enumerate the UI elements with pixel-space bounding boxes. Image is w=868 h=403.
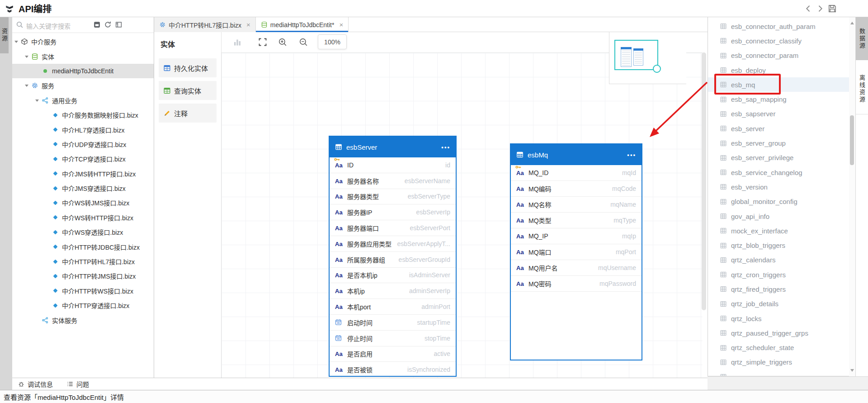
tree-item[interactable]: 中介JMS转HTTP接口.bizx <box>12 166 154 181</box>
tree-item[interactable]: 中介TCP穿透接口.bizx <box>12 152 154 166</box>
table-list-item[interactable]: esb_server_privilege <box>708 151 849 165</box>
entity-field-row[interactable]: 31 启动时间 startupTime <box>330 315 456 331</box>
table-list-item[interactable]: esb_connector_classify <box>708 33 849 48</box>
tree-item[interactable]: 中介UDP穿透接口.bizx <box>12 137 154 152</box>
tree-item[interactable]: mediaHttpToJdbcEntit <box>12 64 154 78</box>
entity-field-row[interactable]: Aa MQ密码 mqPassword <box>511 276 642 292</box>
table-list-item[interactable]: qrtz_paused_trigger_grps <box>708 326 849 340</box>
palette-item[interactable]: 注释 <box>159 104 217 123</box>
table-list-item[interactable] <box>708 370 849 376</box>
entity-field-row[interactable]: Aa 是否被锁 isSynchronized <box>330 362 456 377</box>
editor-tab[interactable]: mediaHttpToJdbcEntit* × <box>256 17 349 32</box>
fullscreen-icon[interactable] <box>258 38 267 47</box>
entity-field-row[interactable]: Aa 本机ip adminServerIp <box>330 283 456 299</box>
tree-item[interactable]: 中介HTTP转JMS接口.bizx <box>12 269 154 283</box>
bottom-toolbar-item[interactable]: 问题 <box>66 379 89 389</box>
minimap-zoom-handle[interactable] <box>653 65 661 73</box>
table-list-item[interactable]: qrtz_scheduler_state <box>708 341 849 355</box>
entity-field-row[interactable]: 31 停止时间 stopTime <box>330 331 456 346</box>
entity-field-row[interactable]: Aa MQ类型 mqType <box>511 213 642 228</box>
table-list-item[interactable]: esb_server_group <box>708 136 849 150</box>
zoom-out-icon[interactable] <box>299 38 308 47</box>
entity-field-row[interactable]: Aa 本机port adminPort <box>330 299 456 315</box>
tree-item[interactable]: 实体服务 <box>12 313 154 327</box>
expander-icon[interactable] <box>24 53 31 60</box>
entity-field-row[interactable]: Aa MQ端口 mqPort <box>511 244 642 260</box>
chart-icon[interactable] <box>233 38 242 47</box>
minimap[interactable] <box>609 32 686 84</box>
tree-item[interactable]: 中介服务 <box>12 34 154 49</box>
tree-item[interactable]: 中介服务数据映射接口.bizx <box>12 108 154 122</box>
close-icon[interactable]: × <box>246 21 250 28</box>
tree-item[interactable]: 中介WS穿透接口.bizx <box>12 225 154 239</box>
card-menu-icon[interactable] <box>441 144 450 151</box>
editor-tab[interactable]: 中介HTTP转HL7接口.bizx × <box>154 17 256 32</box>
nav-back-icon[interactable] <box>804 4 813 13</box>
table-list-item[interactable]: gov_api_info <box>708 209 849 223</box>
tree-item[interactable]: 通用业务 <box>12 93 154 108</box>
entity-field-row[interactable]: Aa 是否启用 active <box>330 346 456 362</box>
tree-item[interactable]: 中介HTTP转JDBC接口.bizx <box>12 239 154 254</box>
zoom-level[interactable]: 100% <box>318 34 347 49</box>
right-rail-tab[interactable]: 离线资源 <box>856 64 868 114</box>
expander-icon[interactable] <box>24 82 31 89</box>
table-list-item[interactable]: esb_version <box>708 180 849 194</box>
table-list-item[interactable]: qrtz_blob_triggers <box>708 238 849 252</box>
table-list-item[interactable]: esb_server <box>708 121 849 136</box>
tree-item[interactable]: 中介JMS穿透接口.bizx <box>12 181 154 195</box>
entity-card[interactable]: esbMq Aa MQ_ID mqId Aa MQ编码 mqCode <box>510 143 642 360</box>
palette-item[interactable]: 持久化实体 <box>159 58 217 77</box>
save-icon[interactable] <box>828 4 837 13</box>
search-input[interactable]: 输入关键字搜索 <box>12 17 154 33</box>
close-icon[interactable]: × <box>339 21 343 28</box>
scroll-down-icon[interactable] <box>850 369 854 374</box>
tree-item[interactable]: 中介HTTP转WS接口.bizx <box>12 284 154 298</box>
left-rail-tab-resources[interactable]: 资源 <box>0 17 9 53</box>
entity-field-row[interactable]: Aa 是否本机ip isAdminServer <box>330 268 456 284</box>
tree-item[interactable]: 实体 <box>12 49 154 63</box>
canvas-scrollbar[interactable] <box>702 52 706 310</box>
table-list-item[interactable]: esb_connector_param <box>708 48 849 63</box>
entity-field-row[interactable]: Aa ID id <box>330 157 456 173</box>
tree-item[interactable]: 中介HTTP穿透接口.bizx <box>12 298 154 313</box>
entity-field-row[interactable]: Aa MQ用户名 mqUsername <box>511 260 642 276</box>
entity-field-row[interactable]: Aa 服务器IP esbServerIp <box>330 204 456 220</box>
nav-forward-icon[interactable] <box>816 4 825 13</box>
expander-icon[interactable] <box>34 97 41 104</box>
scroll-up-icon[interactable] <box>850 20 854 24</box>
entity-field-row[interactable]: Aa MQ_IP mqIp <box>511 228 642 244</box>
collapse-panel-icon[interactable] <box>115 21 123 28</box>
entity-field-row[interactable]: Aa 服务器类型 esbServerType <box>330 189 456 205</box>
entity-card-header[interactable]: esbServer <box>330 137 456 157</box>
expander-icon[interactable] <box>13 38 20 45</box>
table-list-item[interactable]: global_monitor_config <box>708 194 849 209</box>
tree-item[interactable]: 中介HL7穿透接口.bizx <box>12 122 154 137</box>
tree-item[interactable]: 中介HTTP转HL7接口.bizx <box>12 254 154 269</box>
entity-field-row[interactable]: Aa 服务器端口 esbServerPort <box>330 220 456 236</box>
right-rail-tab[interactable]: 数据源 <box>856 17 868 60</box>
tree-item[interactable]: 中介WS转HTTP接口.bizx <box>12 210 154 225</box>
refresh-icon[interactable] <box>104 21 112 28</box>
table-list-item[interactable]: esb_service_changelog <box>708 165 849 180</box>
entity-card-header[interactable]: esbMq <box>511 144 642 165</box>
table-list-item[interactable]: qrtz_fired_triggers <box>708 282 849 296</box>
zoom-in-icon[interactable] <box>278 38 287 47</box>
table-list-item[interactable]: qrtz_locks <box>708 311 849 326</box>
table-list-item[interactable]: qrtz_calendars <box>708 253 849 267</box>
entity-field-row[interactable]: Aa 服务器名称 esbServerName <box>330 173 456 189</box>
entity-field-row[interactable]: Aa MQ名称 mqName <box>511 197 642 213</box>
palette-item[interactable]: 查询实体 <box>159 81 217 100</box>
bottom-toolbar-item[interactable]: 调试信息 <box>18 379 53 389</box>
import-icon[interactable] <box>93 21 101 28</box>
table-list-item[interactable]: esb_sapserver <box>708 107 849 121</box>
tree-item[interactable]: 中介WS转JMS接口.bizx <box>12 195 154 210</box>
scrollbar-thumb[interactable] <box>850 115 854 165</box>
entity-field-row[interactable]: Aa MQ_ID mqId <box>511 165 642 181</box>
entity-field-row[interactable]: Aa MQ编码 mqCode <box>511 181 642 197</box>
table-list-item[interactable]: qrtz_cron_triggers <box>708 267 849 282</box>
entity-card[interactable]: esbServer Aa ID id Aa 服务器名称 esbServerNam… <box>329 136 457 377</box>
entity-field-row[interactable]: Aa 服务器应用类型 esbServerApplyT... <box>330 236 456 252</box>
table-list-item[interactable]: esb_connector_auth_param <box>708 19 849 33</box>
table-list-item[interactable]: qrtz_simple_triggers <box>708 355 849 370</box>
table-list-item[interactable]: mock_ex_interface <box>708 223 849 238</box>
